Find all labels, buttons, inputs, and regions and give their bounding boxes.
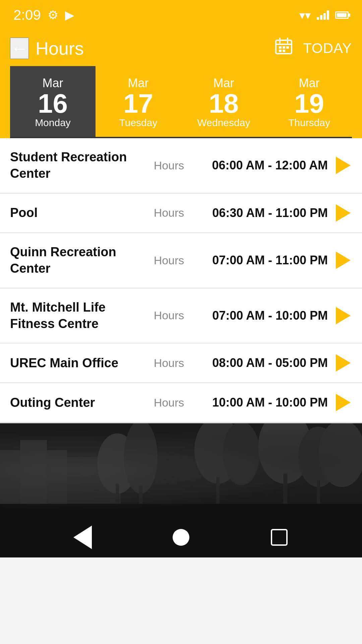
date-month-1: Mar [128, 76, 149, 90]
date-month-0: Mar [43, 76, 63, 90]
facility-name-3: Mt. Mitchell Life Fitness Centre [10, 299, 137, 332]
back-button[interactable]: ← [10, 38, 29, 59]
play-arrow-icon-1 [336, 204, 351, 222]
svg-rect-5 [283, 46, 285, 49]
bottom-image-area [0, 423, 362, 517]
date-item-3[interactable]: Mar 19 Thursday [266, 66, 352, 137]
nav-home-icon [173, 529, 189, 546]
facility-name-5: Outing Center [10, 394, 137, 411]
facility-name-2: Quinn Recreation Center [10, 244, 137, 277]
nav-recents-icon [271, 529, 288, 546]
date-picker: Mar 16 Monday Mar 17 Tuesday Mar 18 Wedn… [10, 66, 352, 138]
date-item-2[interactable]: Mar 18 Wednesday [181, 66, 266, 137]
arrow-btn-4[interactable] [335, 354, 352, 372]
svg-rect-6 [286, 46, 289, 49]
arrow-btn-0[interactable] [335, 157, 352, 174]
nav-home-button[interactable] [169, 526, 193, 549]
hours-label-4: Hours [137, 357, 201, 370]
play-arrow-icon-4 [336, 354, 351, 372]
hours-label-3: Hours [137, 309, 201, 322]
play-arrow-icon-0 [336, 157, 351, 174]
nav-recents-button[interactable] [267, 526, 291, 549]
hours-time-0: 06:00 AM - 12:00 AM [201, 158, 335, 172]
status-bar: 2:09 ⚙ ▶ ▾▾ [0, 0, 362, 30]
bottom-navigation [0, 517, 362, 557]
hours-time-4: 08:00 AM - 05:00 PM [201, 356, 335, 370]
schedule-item-2[interactable]: Quinn Recreation Center Hours 07:00 AM -… [0, 233, 362, 288]
hours-label-1: Hours [137, 206, 201, 219]
schedule-item-1[interactable]: Pool Hours 06:30 AM - 11:00 PM [0, 194, 362, 233]
date-day-0: Monday [35, 117, 71, 128]
calendar-button[interactable] [275, 37, 293, 59]
shield-icon: ▶ [65, 8, 74, 22]
date-day-2: Wednesday [197, 117, 250, 128]
status-time: 2:09 [13, 7, 41, 23]
arrow-btn-1[interactable] [335, 204, 352, 222]
header: ← Hours TODAY Mar [0, 30, 362, 138]
facility-name-0: Student Recreation Center [10, 149, 137, 182]
date-number-1: 17 [123, 90, 153, 117]
hours-label-0: Hours [137, 159, 201, 172]
nav-back-button[interactable] [71, 526, 95, 549]
date-number-2: 18 [209, 90, 239, 117]
schedule-list: Student Recreation Center Hours 06:00 AM… [0, 138, 362, 423]
svg-rect-4 [279, 46, 282, 49]
date-month-2: Mar [214, 76, 234, 90]
date-month-3: Mar [299, 76, 320, 90]
signal-icon [317, 10, 329, 20]
date-number-3: 19 [294, 90, 324, 117]
hours-time-5: 10:00 AM - 10:00 PM [201, 395, 335, 410]
date-day-3: Thursday [288, 117, 330, 128]
arrow-btn-2[interactable] [335, 252, 352, 269]
bottom-image-overlay [0, 423, 362, 517]
hours-time-3: 07:00 AM - 10:00 PM [201, 309, 335, 323]
facility-name-1: Pool [10, 205, 137, 221]
header-left: ← Hours [10, 38, 84, 59]
header-top: ← Hours TODAY [10, 37, 352, 66]
page-title: Hours [36, 38, 84, 59]
schedule-item-4[interactable]: UREC Main Office Hours 08:00 AM - 05:00 … [0, 343, 362, 383]
battery-icon [335, 11, 349, 19]
hours-label-5: Hours [137, 396, 201, 409]
status-right: ▾▾ [299, 8, 349, 22]
status-left: 2:09 ⚙ ▶ [13, 7, 74, 23]
play-arrow-icon-3 [336, 307, 351, 324]
svg-rect-8 [283, 50, 285, 52]
header-right: TODAY [275, 37, 352, 59]
schedule-item-0[interactable]: Student Recreation Center Hours 06:00 AM… [0, 138, 362, 194]
schedule-item-3[interactable]: Mt. Mitchell Life Fitness Centre Hours 0… [0, 288, 362, 344]
play-arrow-icon-2 [336, 252, 351, 269]
date-item-0[interactable]: Mar 16 Monday [10, 66, 96, 137]
wifi-icon: ▾▾ [299, 8, 311, 22]
date-day-1: Tuesday [119, 117, 158, 128]
settings-icon: ⚙ [48, 8, 58, 22]
nav-back-icon [73, 526, 92, 549]
facility-name-4: UREC Main Office [10, 355, 137, 371]
svg-rect-7 [279, 50, 282, 52]
hours-label-2: Hours [137, 254, 201, 267]
hours-time-2: 07:00 AM - 11:00 PM [201, 253, 335, 267]
arrow-btn-3[interactable] [335, 307, 352, 324]
today-button[interactable]: TODAY [303, 40, 352, 56]
date-item-1[interactable]: Mar 17 Tuesday [96, 66, 181, 137]
play-arrow-icon-5 [336, 394, 351, 411]
arrow-btn-5[interactable] [335, 394, 352, 411]
date-number-0: 16 [38, 90, 68, 117]
hours-time-1: 06:30 AM - 11:00 PM [201, 206, 335, 220]
schedule-item-5[interactable]: Outing Center Hours 10:00 AM - 10:00 PM [0, 383, 362, 423]
